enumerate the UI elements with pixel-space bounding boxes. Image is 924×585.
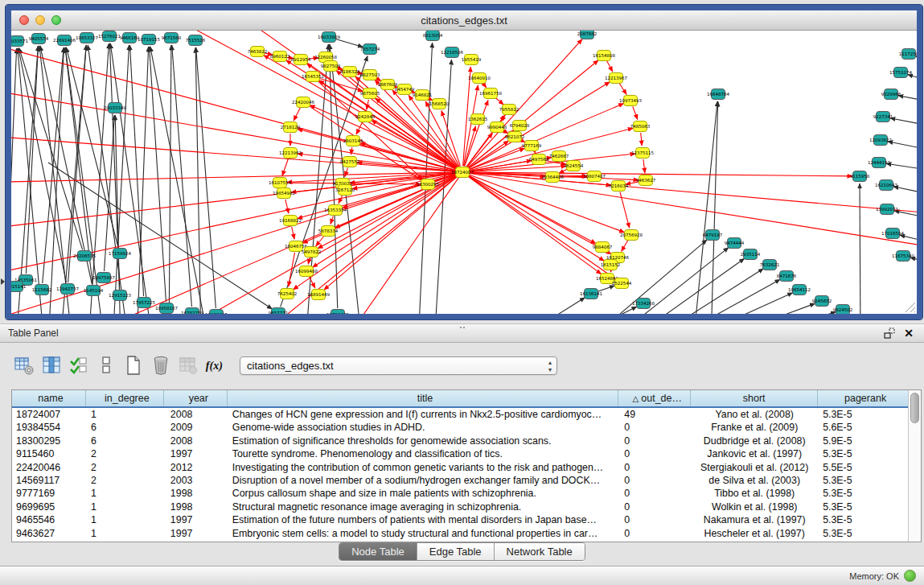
graph-node[interactable]: 18640910	[468, 73, 491, 84]
graph-edge[interactable]	[285, 200, 289, 213]
graph-node[interactable]: 15751074	[889, 68, 912, 78]
function-builder-icon[interactable]: f(x)	[204, 354, 227, 377]
close-panel-icon[interactable]: ✕	[901, 326, 916, 340]
graph-node[interactable]: 12213967	[605, 73, 627, 84]
graph-node[interactable]: 20756928	[620, 230, 643, 241]
table-row[interactable]: 2242004622012Investigating the contribut…	[12, 461, 908, 474]
table-cell[interactable]: Hescheler et al. (1997)	[691, 527, 818, 540]
table-cell[interactable]: Franke et al. (2009)	[691, 421, 818, 434]
table-cell[interactable]: Structural magnetic resonance image aver…	[228, 501, 619, 513]
graph-node[interactable]: 2935114	[741, 249, 761, 260]
graph-node[interactable]: 10958167	[155, 303, 178, 314]
graph-node[interactable]: 2522544	[612, 278, 632, 289]
table-cell[interactable]: Tourette syndrome. Phenomenology and cla…	[228, 447, 619, 460]
graph-node[interactable]: 8186328	[340, 67, 360, 77]
table-cell[interactable]: 1	[86, 527, 164, 540]
graph-edge[interactable]	[468, 175, 605, 261]
graph-node[interactable]: 8813054	[423, 31, 443, 41]
graph-node[interactable]: 9329966	[881, 89, 901, 100]
graph-node[interactable]: 16033809	[318, 32, 340, 43]
table-cell[interactable]: 5.9E-5	[818, 435, 908, 447]
table-cell[interactable]: 5.3E-5	[818, 501, 908, 513]
graph-node[interactable]: 10719155	[138, 35, 160, 45]
table-cell[interactable]: 0	[618, 461, 691, 474]
graph-node[interactable]: 9875605	[360, 89, 380, 99]
graph-edge[interactable]	[351, 147, 351, 154]
graph-edge[interactable]	[339, 196, 343, 204]
graph-node[interactable]: 12375115	[631, 148, 654, 159]
graph-edge[interactable]	[535, 151, 536, 153]
graph-edge[interactable]	[643, 159, 645, 173]
table-cell[interactable]: Changes of HCN gene expression and I(f) …	[228, 408, 619, 421]
graph-node[interactable]: 8960123	[270, 51, 290, 62]
table-cell[interactable]: 1	[86, 501, 164, 513]
graph-edge[interactable]	[40, 46, 92, 284]
table-cell[interactable]: 2003	[164, 474, 228, 487]
graph-node[interactable]: 16210643	[875, 180, 897, 191]
table-cell[interactable]: 5.3E-5	[818, 474, 908, 487]
graph-edge[interactable]	[468, 175, 624, 233]
graph-edge[interactable]	[39, 46, 72, 314]
graph-edge[interactable]	[372, 120, 457, 169]
graph-node[interactable]: 3624554	[564, 161, 584, 171]
graph-node[interactable]: 2087682	[577, 31, 598, 39]
graph-edge[interactable]	[860, 183, 860, 314]
graph-node[interactable]: 9115958	[850, 171, 870, 182]
graph-node[interactable]: 16353354	[324, 205, 347, 216]
graph-node[interactable]: 9463627	[636, 175, 656, 186]
graph-edge[interactable]	[898, 96, 917, 102]
graph-node[interactable]: 9466160	[120, 33, 140, 43]
graph-node[interactable]: 7515526	[186, 35, 206, 46]
table-cell[interactable]: 1	[86, 408, 164, 421]
table-cell[interactable]: 0	[618, 447, 691, 460]
graph-node[interactable]: 19854982	[273, 188, 295, 199]
graph-edge[interactable]	[281, 56, 368, 307]
graph-node[interactable]: 9227341	[873, 112, 893, 122]
table-cell[interactable]: 5.3E-5	[818, 513, 908, 526]
graph-node[interactable]: 16107554	[269, 178, 291, 188]
minimize-window-icon[interactable]	[35, 15, 45, 25]
table-cell[interactable]: 22420046	[12, 461, 86, 474]
table-cell[interactable]: 0	[618, 435, 691, 447]
graph-node[interactable]: 7485063	[630, 122, 651, 132]
graph-node[interactable]: 7462667	[549, 151, 569, 162]
graph-edge[interactable]	[622, 241, 628, 251]
graph-node[interactable]: 12942737	[56, 284, 79, 295]
table-cell[interactable]: 5.3E-5	[818, 408, 908, 421]
table-cell[interactable]: 0	[618, 421, 691, 434]
graph-node[interactable]: 1145194	[84, 286, 104, 296]
graph-edge[interactable]	[356, 122, 362, 134]
graph-node[interactable]: 6794028	[510, 121, 530, 131]
table-cell[interactable]: 2008	[164, 435, 228, 447]
table-cell[interactable]: Genome-wide association studies in ADHD.	[228, 421, 619, 434]
graph-node[interactable]: 16136141	[580, 289, 602, 299]
table-row[interactable]: 969969511998Structural magnetic resonanc…	[12, 501, 908, 513]
graph-node[interactable]: 8427552	[340, 157, 360, 167]
window-titlebar[interactable]: citations_edges.txt	[11, 10, 917, 31]
graph-node[interactable]: 1117250	[899, 49, 917, 60]
column-header-title[interactable]: title	[228, 390, 619, 406]
graph-node[interactable]: 9474444	[725, 238, 745, 249]
column-header-short[interactable]: short	[691, 390, 818, 406]
splitter-grip[interactable]	[459, 326, 465, 330]
graph-node[interactable]: 17159924	[109, 249, 131, 259]
graph-edge[interactable]	[11, 174, 456, 279]
table-cell[interactable]: 6	[86, 421, 164, 434]
graph-node[interactable]: 11675340	[892, 251, 914, 262]
graph-node[interactable]: 12093822	[869, 135, 892, 146]
table-cell[interactable]: Dudbridge et al. (2008)	[691, 435, 818, 447]
graph-edge[interactable]	[345, 168, 348, 177]
graph-node[interactable]: 9777169	[522, 141, 542, 151]
graph-edge[interactable]	[292, 227, 294, 239]
graph-node[interactable]: 9245652	[812, 296, 832, 307]
table-cell[interactable]: 1998	[164, 487, 228, 500]
table-options-icon[interactable]	[13, 354, 35, 377]
table-cell[interactable]: Jankovic et al. (1997)	[691, 447, 818, 460]
table-cell[interactable]: 0	[618, 513, 691, 526]
graph-edge[interactable]	[483, 83, 487, 87]
table-cell[interactable]: 9465546	[12, 513, 86, 526]
table-cell[interactable]: Yano et al. (2008)	[691, 408, 818, 421]
table-cell[interactable]: Estimation of the future numbers of pati…	[228, 513, 619, 526]
graph-edge[interactable]	[499, 298, 585, 314]
tab-node-table[interactable]: Node Table	[339, 543, 417, 560]
